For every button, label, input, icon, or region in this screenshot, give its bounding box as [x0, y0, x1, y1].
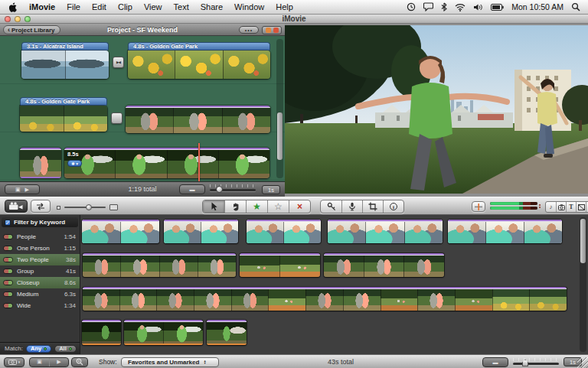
crop-button[interactable] [362, 200, 383, 213]
marker-display-button[interactable]: ▬ [179, 184, 205, 194]
time-machine-icon[interactable] [407, 2, 416, 11]
event-clip[interactable] [83, 287, 567, 311]
spotlight-icon[interactable] [571, 2, 580, 11]
keyword-toggle[interactable] [3, 269, 13, 274]
resize-grip[interactable] [577, 357, 588, 368]
event-clip[interactable] [82, 320, 121, 345]
comment-marker-icon[interactable] [266, 28, 271, 33]
magnify-button[interactable] [71, 357, 88, 367]
event-clip[interactable] [247, 220, 321, 243]
play-fullscreen-icon[interactable]: ▣ [15, 187, 21, 193]
thumb-slider-track[interactable] [64, 207, 106, 208]
event-scrollbar-thumb[interactable] [580, 219, 586, 263]
project-zoom-level[interactable]: 1s [262, 185, 280, 194]
audio-skimming-button[interactable] [472, 201, 485, 212]
keyword-toggle[interactable] [3, 280, 13, 285]
ichat-icon[interactable] [423, 2, 433, 11]
transition-icon[interactable]: ▶◀ [113, 57, 124, 68]
wifi-icon[interactable] [455, 3, 466, 11]
unmark-button[interactable]: ☆ [267, 200, 289, 213]
battery-icon[interactable] [491, 4, 504, 11]
timeline-clip[interactable]: 4.8s - Golden Gate Park [128, 42, 270, 79]
play-button[interactable]: ▶ [49, 358, 68, 366]
play-icon[interactable]: ▶ [25, 187, 29, 193]
event-clip[interactable] [324, 253, 444, 277]
marker-buttons[interactable] [262, 26, 282, 34]
keyword-row-closeup[interactable]: Closeup8.6s [0, 277, 80, 288]
camera-import-small-button[interactable]: ▾ [4, 357, 24, 367]
play-fullscreen-button[interactable]: ▣ [30, 358, 49, 366]
menu-item-imovie[interactable]: iMovie [29, 2, 55, 11]
menu-item-view[interactable]: View [144, 2, 162, 11]
chapter-marker-icon[interactable] [273, 28, 279, 33]
project-zoom-slider[interactable] [210, 189, 256, 191]
transitions-browser-button[interactable] [576, 202, 586, 212]
keyword-row-people[interactable]: People1:54 [0, 231, 80, 243]
timeline-clip[interactable] [126, 106, 270, 133]
menu-item-clip[interactable]: Clip [118, 2, 132, 11]
photos-browser-button[interactable] [556, 202, 566, 212]
keyword-row-medium[interactable]: Medium6.3s [0, 288, 80, 300]
video-frame[interactable] [285, 25, 588, 194]
timeline-clip[interactable] [20, 148, 61, 178]
music-browser-button[interactable]: ♪ [546, 202, 556, 212]
event-scrollbar[interactable] [580, 217, 586, 352]
transition-icon[interactable] [111, 112, 122, 124]
filter-checkbox[interactable]: ✓ [5, 220, 11, 226]
event-zoom-slider[interactable] [513, 363, 559, 365]
event-clip[interactable] [82, 220, 159, 243]
event-clip[interactable] [207, 320, 247, 345]
timeline-clip[interactable]: 8.5s ✱ ▾ [64, 148, 270, 178]
keyword-row-two-people[interactable]: Two People38s [0, 254, 80, 265]
menu-item-file[interactable]: File [67, 2, 80, 11]
slider-knob[interactable] [216, 186, 223, 193]
event-clip[interactable] [328, 220, 443, 243]
event-clip[interactable] [124, 320, 203, 345]
keyword-button[interactable] [321, 200, 341, 213]
event-browser[interactable] [80, 215, 579, 354]
project-actions-button[interactable]: ••• [239, 26, 259, 34]
show-dropdown[interactable]: Favorites and Unmarked ▴▾ [121, 357, 219, 367]
playback-buttons[interactable]: ▣ ▶ [5, 184, 40, 194]
timeline-clip[interactable]: 3.1s - Alcatraz Island [21, 42, 109, 79]
playhead[interactable] [198, 143, 200, 181]
window-titlebar[interactable]: iMovie [0, 15, 588, 24]
keyword-row-wide[interactable]: Wide1:34 [0, 300, 80, 311]
keyword-row-one-person[interactable]: One Person1:15 [0, 243, 80, 254]
filter-header[interactable]: ✓ Filter by Keyword [2, 217, 78, 227]
keyword-row-group[interactable]: Group41s [0, 265, 80, 277]
titles-browser-button[interactable]: T [566, 202, 576, 212]
timeline-clip[interactable]: 4.8s - Golden Gate Park [20, 97, 107, 132]
keyword-toggle[interactable] [3, 291, 13, 297]
apple-menu[interactable] [9, 2, 18, 12]
project-storyboard[interactable]: 3.1s - Alcatraz Island ▶◀ 4.8s - Golden … [0, 36, 285, 181]
marker-display-button[interactable]: ▬ [482, 357, 508, 367]
swap-events-projects-button[interactable] [31, 200, 51, 213]
select-tool-button[interactable] [203, 200, 224, 213]
event-clip[interactable] [83, 253, 236, 277]
keyword-toggle[interactable] [3, 234, 13, 239]
favorite-button[interactable]: ★ [246, 200, 267, 213]
bluetooth-icon[interactable] [441, 2, 447, 11]
menu-item-help[interactable]: Help [276, 2, 293, 11]
thumb-slider-knob[interactable] [86, 204, 92, 210]
menu-item-text[interactable]: Text [174, 2, 189, 11]
match-any-button[interactable]: Any [26, 345, 51, 353]
info-button[interactable]: i [383, 200, 403, 213]
keyword-toggle[interactable] [3, 303, 13, 308]
menubar-clock[interactable]: Mon 10:50 AM [511, 2, 564, 11]
event-clip[interactable] [448, 220, 562, 243]
camera-import-button[interactable] [5, 200, 28, 213]
menu-item-edit[interactable]: Edit [92, 2, 106, 11]
match-all-button[interactable]: All [54, 345, 77, 353]
volume-icon[interactable] [473, 3, 483, 11]
keyword-toggle[interactable] [3, 257, 13, 262]
project-scrollbar[interactable] [276, 39, 283, 178]
event-clip[interactable] [164, 220, 238, 243]
menu-item-share[interactable]: Share [201, 2, 223, 11]
voiceover-button[interactable] [341, 200, 362, 213]
reject-button[interactable]: × [289, 200, 310, 213]
event-clip[interactable] [240, 253, 320, 277]
edit-tool-button[interactable] [224, 200, 246, 213]
menu-item-window[interactable]: Window [234, 2, 264, 11]
